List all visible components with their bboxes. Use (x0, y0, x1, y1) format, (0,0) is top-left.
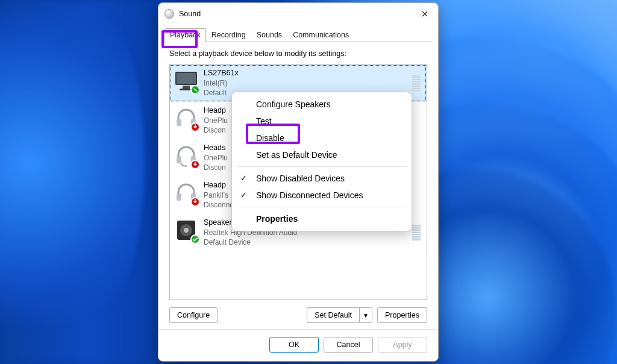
set-default-split-button[interactable]: Set Default ▼ (307, 307, 372, 323)
cancel-button[interactable]: Cancel (324, 337, 373, 353)
tab-recording[interactable]: Recording (206, 28, 251, 42)
properties-button[interactable]: Properties (377, 307, 427, 323)
titlebar[interactable]: Sound (158, 3, 438, 25)
device-driver: OnePlu (204, 153, 228, 163)
svg-rect-8 (177, 193, 181, 201)
device-context-menu: Configure Speakers Test Disable Set as D… (231, 92, 412, 231)
headset-icon (174, 180, 199, 206)
svg-point-12 (184, 228, 189, 233)
set-default-dropdown-arrow[interactable]: ▼ (359, 307, 372, 323)
ctx-separator (237, 166, 407, 167)
device-name: Heads (204, 143, 228, 153)
device-status: Discon (204, 163, 228, 172)
device-name: Headp (204, 105, 228, 116)
apply-button: Apply (378, 337, 427, 353)
device-driver: OnePlu (204, 116, 228, 125)
ctx-show-disabled[interactable]: Show Disabled Devices (232, 170, 412, 187)
window-title: Sound (179, 10, 416, 18)
level-meter (412, 225, 422, 240)
ctx-disable[interactable]: Disable (232, 130, 412, 146)
device-status: Default Device (204, 237, 297, 247)
svg-rect-4 (177, 119, 181, 126)
call-badge-icon (190, 85, 200, 95)
dialog-button-row: OK Cancel Apply (158, 330, 438, 361)
tab-communications[interactable]: Communications (287, 28, 354, 42)
ok-button[interactable]: OK (269, 337, 319, 353)
ctx-properties[interactable]: Properties (232, 210, 412, 227)
device-name: LS27B61x (204, 68, 239, 78)
ctx-test[interactable]: Test (232, 113, 412, 130)
configure-button[interactable]: Configure (169, 307, 218, 323)
device-status: Discon (204, 125, 228, 135)
ctx-set-default[interactable]: Set as Default Device (232, 146, 412, 163)
tab-sounds[interactable]: Sounds (251, 28, 287, 42)
instruction-text: Select a playback device below to modify… (169, 49, 427, 58)
default-badge-icon (190, 234, 200, 244)
tab-playback[interactable]: Playback (164, 28, 206, 42)
disconnected-badge-icon (190, 122, 200, 132)
device-driver: Intel(R) (204, 78, 239, 88)
sound-icon (164, 9, 174, 19)
ctx-separator (237, 207, 407, 207)
tabs: Playback Recording Sounds Communications (158, 26, 438, 42)
bottom-button-row: Configure Set Default ▼ Properties (158, 300, 438, 329)
monitor-icon (174, 68, 199, 93)
svg-rect-2 (183, 86, 190, 89)
disconnected-badge-icon (190, 160, 200, 169)
svg-rect-6 (177, 156, 181, 163)
ctx-configure-speakers[interactable]: Configure Speakers (232, 96, 412, 113)
headset-icon (174, 105, 199, 131)
headset-icon (174, 143, 199, 168)
set-default-button[interactable]: Set Default (307, 307, 359, 323)
ctx-show-disconnected[interactable]: Show Disconnected Devices (232, 187, 412, 204)
speaker-icon (174, 218, 199, 243)
level-meter (412, 75, 422, 91)
disconnected-badge-icon (190, 197, 200, 207)
close-button[interactable] (416, 5, 433, 22)
